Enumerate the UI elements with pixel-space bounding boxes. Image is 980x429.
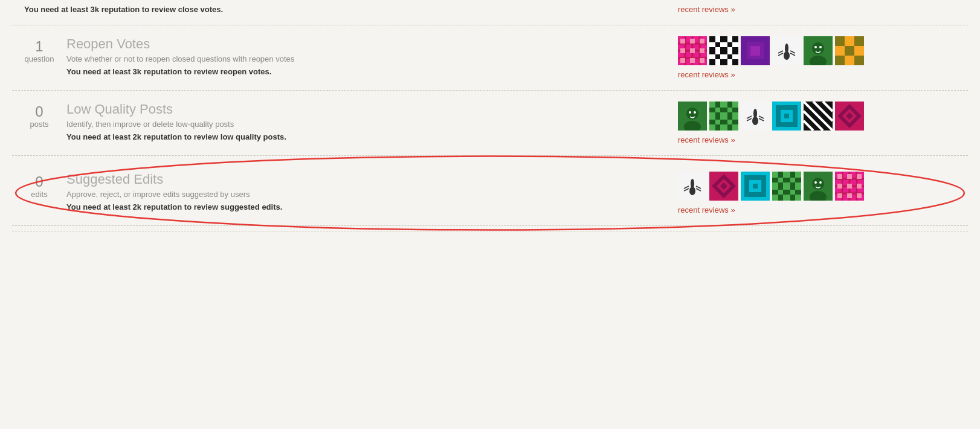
- svg-rect-11: [690, 48, 695, 53]
- low-quality-title: Low Quality Posts: [66, 102, 666, 117]
- avatar-se2: [709, 172, 738, 201]
- avatar-se3: [741, 172, 770, 201]
- avatar-rv3: [741, 36, 770, 65]
- svg-rect-74: [784, 114, 789, 118]
- svg-rect-63: [727, 120, 732, 124]
- svg-rect-128: [837, 193, 842, 198]
- svg-rect-43: [854, 36, 864, 46]
- svg-rect-47: [835, 56, 845, 65]
- low-quality-unit: posts: [30, 120, 48, 129]
- avatar-se4: [772, 172, 801, 201]
- svg-rect-62: [715, 120, 720, 124]
- suggested-edits-count-col: 0 edits: [18, 172, 60, 199]
- svg-rect-101: [772, 172, 801, 201]
- svg-rect-129: [847, 193, 852, 198]
- reopen-votes-right: recent reviews »: [666, 36, 968, 79]
- svg-point-39: [819, 46, 822, 48]
- close-votes-req: You need at least 3k reputation to revie…: [24, 5, 223, 14]
- avatar-lq4: [772, 102, 801, 131]
- close-votes-recent-reviews-link[interactable]: recent reviews »: [678, 5, 735, 14]
- svg-rect-41: [835, 36, 845, 46]
- svg-rect-23: [715, 54, 720, 59]
- low-quality-desc: Identify, then improve or delete low-qua…: [66, 120, 666, 129]
- svg-rect-22: [727, 42, 732, 47]
- suggested-edits-section: 0 edits Suggested Edits Approve, reject,…: [12, 161, 968, 226]
- svg-rect-109: [790, 190, 795, 195]
- avatar-rv2: [709, 36, 738, 65]
- low-quality-count: 0: [18, 104, 60, 120]
- svg-rect-59: [709, 120, 738, 124]
- svg-rect-123: [847, 174, 852, 179]
- svg-rect-46: [854, 46, 864, 56]
- svg-rect-100: [753, 184, 758, 189]
- svg-rect-15: [700, 58, 704, 63]
- svg-point-66: [752, 117, 758, 125]
- suggested-edits-info: Suggested Edits Approve, reject, or impr…: [60, 172, 666, 211]
- avatar-se6: [835, 172, 864, 201]
- low-quality-recent-reviews-link[interactable]: recent reviews »: [678, 135, 735, 144]
- svg-rect-58: [709, 108, 738, 112]
- svg-rect-130: [857, 193, 862, 198]
- svg-rect-21: [715, 42, 720, 47]
- suggested-edits-title: Suggested Edits: [66, 172, 666, 187]
- svg-rect-57: [727, 102, 732, 131]
- suggested-edits-recent-reviews-link[interactable]: recent reviews »: [678, 205, 735, 214]
- svg-rect-20: [709, 54, 738, 59]
- svg-rect-42: [845, 36, 854, 46]
- svg-rect-48: [845, 56, 854, 65]
- reopen-votes-recent-reviews-link[interactable]: recent reviews »: [678, 70, 735, 79]
- svg-rect-127: [857, 184, 862, 189]
- svg-rect-125: [837, 184, 842, 189]
- low-quality-section: 0 posts Low Quality Posts Identify, then…: [12, 91, 968, 156]
- avatar-lq5: [804, 102, 833, 131]
- svg-point-53: [689, 111, 691, 114]
- svg-rect-108: [778, 190, 783, 195]
- suggested-edits-right: recent reviews »: [666, 172, 968, 214]
- svg-point-54: [694, 111, 696, 114]
- svg-rect-122: [837, 174, 842, 179]
- avatar-se5: [804, 172, 833, 201]
- suggested-edits-desc: Approve, reject, or improve edits sugges…: [66, 190, 666, 199]
- svg-rect-19: [709, 42, 738, 47]
- suggested-edits-unit: edits: [31, 190, 47, 199]
- low-quality-right: recent reviews »: [666, 102, 968, 144]
- suggested-edits-avatars: [678, 172, 864, 201]
- avatar-lq1: [678, 102, 707, 131]
- svg-rect-56: [715, 102, 720, 131]
- reopen-votes-unit: question: [24, 54, 54, 63]
- svg-rect-106: [778, 178, 783, 182]
- svg-rect-18: [727, 36, 732, 65]
- svg-point-114: [819, 181, 822, 184]
- suggested-edits-count: 0: [18, 174, 60, 190]
- svg-rect-14: [690, 58, 695, 63]
- svg-rect-24: [727, 54, 732, 59]
- avatar-lq2: [709, 102, 738, 131]
- reopen-votes-desc: Vote whether or not to reopen closed que…: [66, 54, 666, 63]
- svg-rect-107: [790, 178, 795, 182]
- svg-rect-105: [772, 190, 801, 195]
- svg-rect-60: [715, 108, 720, 112]
- svg-rect-55: [709, 102, 738, 131]
- avatar-rv1: [678, 36, 707, 65]
- svg-rect-124: [857, 174, 862, 179]
- svg-rect-13: [680, 58, 685, 63]
- svg-rect-126: [847, 184, 852, 189]
- svg-rect-10: [680, 48, 685, 53]
- svg-rect-102: [778, 172, 783, 201]
- reopen-votes-count-col: 1 question: [18, 36, 60, 63]
- avatar-rv5: [804, 36, 833, 65]
- svg-rect-7: [680, 39, 685, 44]
- avatar-lq6: [835, 102, 864, 131]
- bottom-divider: [12, 231, 968, 231]
- suggested-edits-req: You need at least 2k reputation to revie…: [66, 202, 666, 211]
- svg-rect-61: [727, 108, 732, 112]
- reopen-votes-info: Reopen Votes Vote whether or not to reop…: [60, 36, 666, 76]
- low-quality-count-col: 0 posts: [18, 102, 60, 129]
- reopen-votes-title: Reopen Votes: [66, 36, 666, 52]
- avatar-rv4: [772, 36, 801, 65]
- svg-point-38: [814, 46, 817, 48]
- svg-rect-45: [845, 46, 854, 56]
- reopen-votes-req: You need at least 3k reputation to revie…: [66, 67, 666, 76]
- svg-rect-9: [700, 39, 704, 44]
- svg-rect-49: [854, 56, 864, 65]
